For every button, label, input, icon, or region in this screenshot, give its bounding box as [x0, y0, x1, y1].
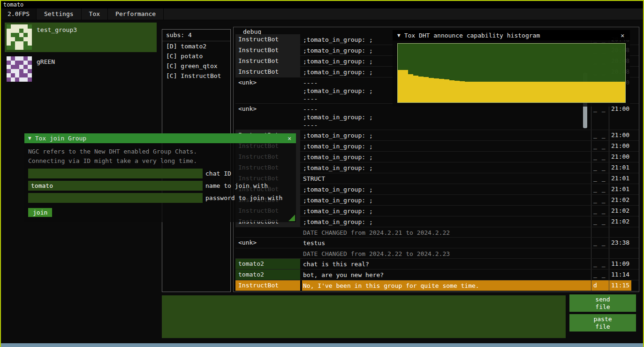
close-icon[interactable]: ✕	[620, 32, 625, 39]
histogram-bin	[620, 82, 625, 102]
histogram-bin	[418, 77, 424, 102]
histogram-bin	[470, 82, 475, 102]
histogram-bin	[532, 82, 537, 102]
menu-item-tox[interactable]: Tox	[82, 8, 108, 20]
join-field-label: name to join with	[205, 182, 268, 189]
join-dialog-title: Tox join Group	[35, 135, 283, 142]
histogram-bin	[537, 82, 542, 102]
sub-item[interactable]: [D] tomato2	[162, 41, 230, 51]
histogram-bin	[455, 81, 460, 102]
join-input-password-to-join-with[interactable]	[28, 193, 203, 203]
chat-message-row[interactable]: <unk>----;tomato_in_group: ;----_ _21:00	[235, 104, 639, 130]
bottom-strip	[0, 343, 644, 347]
chat-message-text: ----;tomato_in_group: ;----	[302, 104, 591, 130]
chat-message-text: ;tomato_in_group: ;	[302, 130, 591, 140]
delivery-marks: _ _	[591, 238, 609, 248]
histogram-bin	[506, 82, 511, 102]
histogram-bars	[398, 44, 625, 102]
delivery-marks: _ _	[591, 141, 609, 151]
fps-counter: 2.0FPS	[1, 8, 37, 20]
chat-author: <unk>	[235, 238, 300, 248]
histogram-bin	[496, 82, 501, 102]
histogram-titlebar[interactable]: ▼ Tox DHT announce capability histogram …	[393, 30, 630, 40]
delivery-marks: d	[591, 280, 609, 291]
subs-list: [D] tomato2[C] potato[C] green_qtox[C] I…	[162, 41, 230, 81]
histogram-bin	[429, 78, 434, 103]
histogram-bin	[527, 82, 532, 102]
chat-message-row[interactable]: InstructBot;tomato_in_group: ;_ _21:01	[235, 184, 639, 195]
chat-message-text: ;tomato_in_group: ;	[302, 184, 591, 194]
message-input[interactable]	[162, 295, 566, 338]
chat-timestamp: 21:00	[609, 130, 631, 140]
chat-message-text: ;tomato_in_group: ;	[302, 195, 591, 205]
chat-timestamp	[609, 227, 631, 237]
histogram-bin	[460, 81, 465, 102]
date-changed-text: DATE CHANGED from 2024.2.21 to 2024.2.22	[302, 227, 591, 237]
chat-message-row[interactable]: InstructBot;tomato_in_group: ;_ _21:00	[235, 152, 639, 162]
chat-message-row[interactable]: <unk>testus_ _23:38	[235, 238, 639, 248]
histogram-bin	[439, 79, 444, 102]
delivery-marks	[591, 227, 609, 237]
delivery-marks: _ _	[591, 184, 609, 194]
chat-timestamp: 23:38	[609, 238, 631, 248]
join-group-dialog: ▼ Tox join Group ✕ NGC refers to the New…	[24, 133, 296, 222]
delivery-marks: _ _	[591, 216, 609, 227]
sub-item[interactable]: [C] potato	[162, 51, 230, 61]
window-titlebar[interactable]: tomato	[1, 1, 643, 8]
dht-histogram-window: ▼ Tox DHT announce capability histogram …	[393, 30, 630, 107]
sub-item[interactable]: [C] InstructBot	[162, 71, 230, 81]
histogram-bin	[615, 82, 620, 102]
histogram-bin	[589, 82, 594, 102]
chat-message-row[interactable]: tomato2bot, are you new here?_ _11:14	[235, 270, 639, 280]
chat-message-row[interactable]: tomato2chat is this real?_ _11:09	[235, 259, 639, 270]
join-input-name-to-join-with[interactable]	[28, 181, 203, 191]
group-name: test_group3	[37, 24, 77, 50]
histogram-bin	[403, 70, 408, 102]
delivery-marks: _ _	[591, 195, 609, 205]
chat-message-row[interactable]: InstructBot;tomato_in_group: ;_ _21:00	[235, 130, 639, 141]
join-field-label: password to join with	[205, 194, 282, 201]
histogram-bin	[594, 82, 599, 102]
chat-message-row[interactable]: InstructBot;tomato_in_group: ;_ _21:00	[235, 141, 639, 152]
join-input-chat-ID[interactable]	[28, 169, 203, 178]
subs-header: subs: 4	[162, 30, 230, 41]
chat-timestamp: 21:00	[609, 152, 631, 162]
paste-file-button[interactable]: paste file	[569, 314, 636, 332]
chat-message-row[interactable]: InstructBotNo, I've been in this group f…	[235, 280, 639, 291]
group-item-gREEN[interactable]: gREEN	[5, 54, 157, 84]
collapse-arrow-icon[interactable]: ▼	[397, 32, 401, 39]
collapse-arrow-icon[interactable]: ▼	[28, 135, 31, 141]
chat-message-text: ;tomato_in_group: ;	[302, 216, 591, 227]
window-title: tomato	[3, 1, 23, 8]
join-field-row: name to join with	[28, 181, 292, 191]
histogram-bin	[605, 82, 610, 102]
chat-timestamp: 21:02	[609, 216, 631, 227]
group-item-test_group3[interactable]: test_group3	[5, 23, 157, 52]
join-dialog-titlebar[interactable]: ▼ Tox join Group ✕	[24, 133, 296, 143]
chat-author: <unk>	[235, 77, 300, 103]
histogram-bin	[610, 82, 615, 102]
sub-item[interactable]: [C] green_qtox	[162, 61, 230, 71]
chat-timestamp: 11:15	[609, 280, 631, 291]
chat-message-row[interactable]: InstructBotSTRUCT_ _21:01	[235, 173, 639, 184]
chat-message-row[interactable]: InstructBot;tomato_in_group: ;_ _21:02	[235, 195, 639, 206]
join-button[interactable]: join	[28, 208, 52, 217]
chat-message-row[interactable]: InstructBot;tomato_in_group: ;_ _21:02	[235, 216, 639, 227]
resize-grip-icon[interactable]	[288, 215, 295, 221]
menu-item-settings[interactable]: Settings	[37, 8, 82, 20]
chat-message-row[interactable]: InstructBot;tomato_in_group: ;_ _21:01	[235, 162, 639, 173]
histogram-bin	[485, 82, 491, 102]
histogram-bin	[501, 82, 506, 102]
delivery-marks: _ _	[591, 104, 609, 130]
send-file-button[interactable]: send file	[569, 294, 636, 312]
menu-item-performance[interactable]: Performance	[108, 8, 164, 20]
close-icon[interactable]: ✕	[287, 135, 292, 142]
chat-message-row[interactable]: InstructBot;tomato_in_group: ;_ _21:02	[235, 206, 639, 216]
chat-message-text: No, I've been in this group for quite so…	[302, 280, 591, 291]
histogram-bin	[574, 82, 579, 102]
join-field-label: chat ID	[205, 170, 231, 177]
histogram-bin	[480, 82, 485, 102]
histogram-bin	[398, 70, 403, 102]
chat-timestamp: 21:01	[609, 162, 631, 173]
delivery-marks: _ _	[591, 270, 609, 280]
